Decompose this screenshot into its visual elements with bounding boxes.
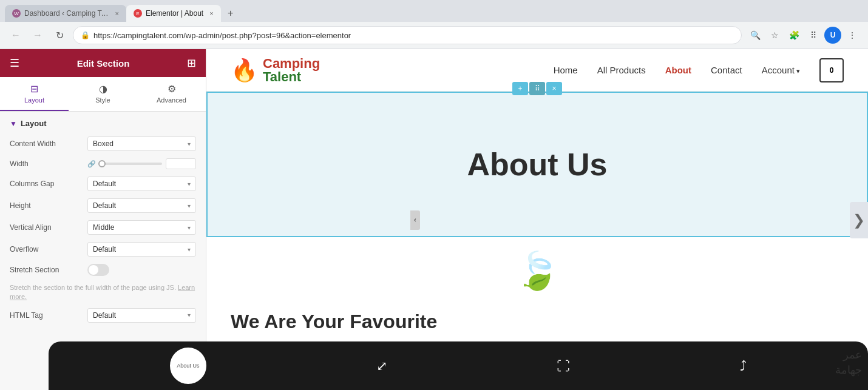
chevron-down-icon-2: ▾ [188,181,191,187]
layout-icon: ⊟ [30,83,38,95]
style-icon: ◑ [99,83,107,95]
tab-close-dashboard[interactable]: × [115,10,119,17]
forward-button[interactable]: → [29,27,46,44]
nav-account[interactable]: Account [762,65,800,75]
columns-gap-label: Columns Gap [10,180,83,188]
height-select[interactable]: Default ▾ [87,198,196,213]
width-input[interactable] [166,158,196,169]
bottom-bar: About Us ⤢ ⛶ ⤴ [49,341,868,390]
advanced-icon: ⚙ [168,83,176,95]
chevron-down-icon-5: ▾ [188,246,191,253]
address-bar[interactable]: 🔒 https://campingtalent.com/wp-admin/pos… [73,26,742,44]
sidebar-title: Edit Section [77,58,130,69]
collapse-arrow-icon: ▼ [10,119,17,128]
stretch-section-row: Stretch Section [10,264,196,276]
chevron-down-icon: ▾ [188,141,191,147]
link-icon[interactable]: 🔗 [87,160,96,168]
hero-section[interactable]: + ⠿ × About Us [206,92,868,237]
html-tag-select[interactable]: Default ▾ [87,308,196,323]
cart-button[interactable]: 0 [819,58,844,82]
nav-contact[interactable]: Contact [711,65,742,75]
grid-icon[interactable]: ⊞ [187,56,196,70]
nav-actions: 🔍 ☆ 🧩 ⠿ U ⋮ [747,27,861,44]
nav-all-products[interactable]: All Products [597,65,646,75]
tab-layout[interactable]: ⊟ Layout [0,77,69,111]
html-tag-row: HTML Tag Default ▾ [10,308,196,323]
bottom-action-share[interactable]: ⤴ [740,357,747,374]
bookmark-button[interactable]: ☆ [766,27,783,44]
tab-close-elementor[interactable]: × [209,10,213,17]
width-slider [98,158,196,169]
hamburger-icon[interactable]: ☰ [10,56,19,70]
columns-gap-control: Default ▾ [87,177,196,191]
browser-chrome: W Dashboard ‹ Camping Talent — × E Eleme… [0,0,868,49]
new-tab-button[interactable]: + [223,6,238,21]
content-width-label: Content Width [10,140,83,148]
bottom-action-fullscreen[interactable]: ⤢ [376,357,387,374]
flame-icon: 🔥 [231,58,258,83]
tab-dashboard[interactable]: W Dashboard ‹ Camping Talent — × [5,5,126,22]
reload-button[interactable]: ↻ [51,27,68,44]
overflow-label: Overflow [10,245,83,254]
logo-bottom: Talent [263,70,320,84]
sidebar-header: ☰ Edit Section ⊞ [0,49,206,77]
html-tag-label: HTML Tag [10,311,83,320]
move-icon: ⠿ [535,84,540,93]
lock-icon: 🔒 [81,31,90,39]
tab-advanced[interactable]: ⚙ Advanced [137,77,206,111]
sidebar-collapse-button[interactable]: ‹ [410,210,420,230]
extensions-button[interactable]: ⠿ [805,27,822,44]
more-button[interactable]: ⋮ [844,27,861,44]
section-close-button[interactable]: × [546,82,562,95]
overflow-control: Default ▾ [87,242,196,257]
wordpress-icon: W [12,9,21,18]
width-label: Width [10,160,83,168]
content-width-select[interactable]: Boxed ▾ [87,136,196,151]
vertical-align-row: Vertical Align Middle ▾ [10,220,196,235]
sidebar-tabs: ⊟ Layout ◑ Style ⚙ Advanced [0,77,206,112]
section-add-button[interactable]: + [512,82,528,95]
subtitle-section: We Are Your Favourite [206,304,868,339]
chevron-down-icon-3: ▾ [188,203,191,209]
bottom-action-pointer[interactable]: ⛶ [557,357,570,374]
chevron-down-icon-4: ▾ [188,224,191,231]
profile-button[interactable]: U [824,27,841,44]
back-button[interactable]: ← [7,27,24,44]
columns-gap-row: Columns Gap Default ▾ [10,177,196,191]
overflow-select[interactable]: Default ▾ [87,242,196,257]
tab-elementor[interactable]: E Elementor | About × [126,5,221,22]
bottom-preview[interactable]: About Us [170,348,206,384]
slider-track[interactable] [98,163,162,165]
content-width-control: Boxed ▾ [87,136,196,151]
elementor-icon: E [134,9,142,18]
width-control: 🔗 [87,158,196,169]
layout-section-header[interactable]: ▼ Layout [10,119,196,128]
slider-thumb[interactable] [98,160,106,167]
toggle-knob [89,265,98,275]
content-width-row: Content Width Boxed ▾ [10,136,196,151]
section-move-button[interactable]: ⠿ [529,82,545,95]
nav-about[interactable]: About [665,65,691,75]
elementor-sidebar: ☰ Edit Section ⊞ ⊟ Layout ◑ Style ⚙ Adva… [0,49,206,390]
vertical-align-control: Middle ▾ [87,220,196,235]
site-nav-links: Home All Products About Contact Account … [554,58,844,82]
stretch-section-toggle[interactable] [87,264,109,276]
stretch-section-label: Stretch Section [10,266,83,274]
website-preview: 🔥 Camping Talent Home All Products About… [206,49,868,390]
height-control: Default ▾ [87,198,196,213]
overflow-row: Overflow Default ▾ [10,242,196,257]
height-row: Height Default ▾ [10,198,196,213]
vertical-align-select[interactable]: Middle ▾ [87,220,196,235]
right-arrow-button[interactable]: ❯ [850,202,868,238]
tab-bar: W Dashboard ‹ Camping Talent — × E Eleme… [0,0,868,22]
width-row: Width 🔗 [10,158,196,169]
extension-button[interactable]: 🧩 [785,27,802,44]
vertical-align-label: Vertical Align [10,223,83,232]
main-layout: ☰ Edit Section ⊞ ⊟ Layout ◑ Style ⚙ Adva… [0,49,868,390]
search-button[interactable]: 🔍 [747,27,764,44]
tab-style[interactable]: ◑ Style [69,77,137,111]
columns-gap-select[interactable]: Default ▾ [87,177,196,191]
nav-home[interactable]: Home [554,65,578,75]
height-label: Height [10,201,83,210]
stretch-description: Stretch the section to the full width of… [10,283,196,302]
